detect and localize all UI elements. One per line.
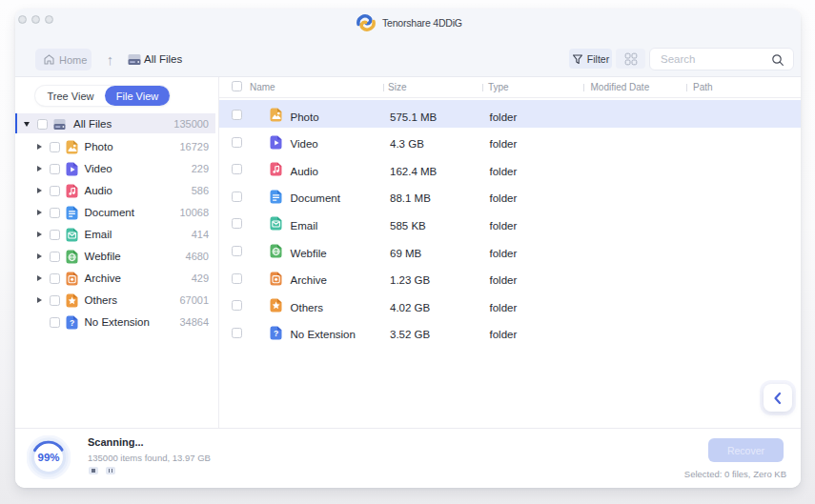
svg-text:99%: 99% [37,452,59,463]
svg-text:?: ? [274,329,278,338]
svg-text:?: ? [70,318,74,328]
